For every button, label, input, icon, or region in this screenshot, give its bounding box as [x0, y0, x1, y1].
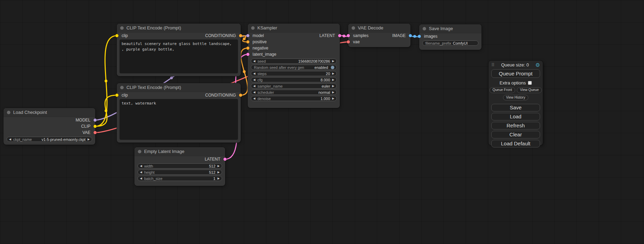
wire-midpoint-model	[170, 76, 173, 79]
input-label-vae: vae	[353, 39, 360, 44]
collapse-dot-icon[interactable]	[138, 150, 141, 153]
refresh-button[interactable]: Refresh	[491, 122, 540, 129]
increment-arrow-icon[interactable]: ▶	[332, 97, 334, 100]
input-dot-clip[interactable]	[115, 94, 118, 97]
input-dot-images[interactable]	[418, 35, 421, 38]
queue-prompt-button[interactable]: Queue Prompt	[491, 69, 540, 78]
save-button[interactable]: Save	[491, 104, 540, 111]
view-queue-button[interactable]: View Queue	[517, 87, 542, 93]
widget-width[interactable]: ◀ width 512 ▶	[138, 163, 222, 169]
increment-arrow-icon[interactable]: ▶	[332, 91, 334, 94]
collapse-dot-icon[interactable]	[251, 26, 255, 30]
output-dot-vae[interactable]	[94, 131, 97, 134]
comfy-menu-panel[interactable]: ⠿ Queue size: 0 ⚙ Queue Prompt Extra opt…	[488, 61, 543, 145]
node-title-bar[interactable]: Load Checkpoint	[3, 108, 95, 117]
widget-label: scheduler	[257, 90, 274, 94]
input-dot-negative[interactable]	[246, 47, 249, 50]
collapse-dot-icon[interactable]	[7, 111, 10, 114]
widget-value: 1.000	[320, 97, 330, 101]
input-dot-model[interactable]	[246, 34, 249, 37]
queue-front-button[interactable]: Queue Front	[489, 87, 515, 93]
extra-options-label: Extra options	[500, 80, 526, 85]
prompt-textarea[interactable]: beautiful scenery nature glass bottle la…	[120, 39, 238, 73]
wire-midpoint-image	[413, 35, 416, 38]
input-label-latent-image: latent_image	[253, 52, 276, 57]
widget-random-seed-toggle[interactable]: Random seed after every gen enabled	[251, 65, 337, 70]
node-clip-text-encode-negative[interactable]: CLIP Text Encode (Prompt) clip CONDITION…	[117, 83, 241, 143]
widget-filename-prefix[interactable]: filename_prefix ComfyUI	[422, 40, 478, 46]
output-dot-model[interactable]	[94, 119, 97, 122]
extra-options-checkbox[interactable]	[528, 81, 532, 85]
node-clip-text-encode-positive[interactable]: CLIP Text Encode (Prompt) clip CONDITION…	[117, 24, 241, 76]
node-title-bar[interactable]: Save Image	[419, 24, 482, 33]
decrement-arrow-icon[interactable]: ◀	[253, 72, 255, 75]
input-dot-positive[interactable]	[246, 40, 249, 44]
input-dot-samples[interactable]	[347, 34, 350, 37]
increment-arrow-icon[interactable]: ▶	[332, 85, 334, 88]
increment-arrow-icon[interactable]: ▶	[88, 138, 90, 141]
collapse-dot-icon[interactable]	[423, 27, 426, 30]
increment-arrow-icon[interactable]: ▶	[332, 79, 334, 81]
collapse-dot-icon[interactable]	[352, 26, 355, 30]
widget-value: 512	[209, 170, 215, 174]
load-default-button[interactable]: Load Default	[491, 140, 540, 147]
output-dot-latent[interactable]	[223, 158, 227, 161]
increment-arrow-icon[interactable]: ▶	[218, 165, 220, 168]
view-history-button[interactable]: View History	[503, 95, 528, 101]
node-title-bar[interactable]: VAE Decode	[348, 24, 411, 33]
widget-cfg[interactable]: ◀ cfg 8.000 ▶	[251, 77, 337, 82]
widget-height[interactable]: ◀ height 512 ▶	[138, 170, 222, 175]
input-dot-vae[interactable]	[347, 40, 350, 44]
output-dot-conditioning[interactable]	[239, 94, 242, 97]
widget-value: 8.000	[320, 78, 330, 82]
load-button[interactable]: Load	[491, 113, 540, 120]
output-dot-image[interactable]	[409, 34, 412, 37]
widget-ckpt-name[interactable]: ◀ ckpt_name v1-5-pruned-emaonly.ckpt ▶	[7, 137, 92, 142]
decrement-arrow-icon[interactable]: ◀	[140, 177, 142, 180]
prompt-textarea[interactable]: text, watermark	[120, 99, 238, 140]
widget-label: seed	[257, 59, 266, 63]
output-dot-clip[interactable]	[94, 125, 97, 128]
drag-handle-icon[interactable]: ⠿	[491, 63, 495, 67]
queue-size-label: Queue size: 0	[495, 62, 536, 67]
widget-value: 512	[209, 164, 215, 168]
toggle-dot-icon[interactable]	[331, 66, 334, 69]
output-dot-conditioning[interactable]	[239, 34, 242, 37]
decrement-arrow-icon[interactable]: ◀	[253, 60, 255, 63]
node-title-bar[interactable]: Empty Latent Image	[134, 147, 225, 156]
widget-denoise[interactable]: ◀ denoise 1.000 ▶	[251, 96, 337, 101]
increment-arrow-icon[interactable]: ▶	[218, 177, 220, 180]
node-empty-latent-image[interactable]: Empty Latent Image LATENT ◀ width 512 ▶ …	[134, 147, 225, 186]
widget-steps[interactable]: ◀ steps 20 ▶	[251, 71, 337, 76]
widget-batch-size[interactable]: ◀ batch_size 1 ▶	[138, 176, 222, 181]
increment-arrow-icon[interactable]: ▶	[332, 72, 334, 75]
decrement-arrow-icon[interactable]: ◀	[140, 165, 142, 168]
settings-gear-icon[interactable]: ⚙	[536, 62, 540, 67]
clear-button[interactable]: Clear	[491, 131, 540, 138]
increment-arrow-icon[interactable]: ▶	[218, 171, 220, 174]
collapse-dot-icon[interactable]	[120, 26, 124, 30]
input-dot-clip[interactable]	[115, 34, 118, 37]
widget-label: steps	[257, 72, 266, 76]
node-load-checkpoint[interactable]: Load Checkpoint MODEL CLIP VAE ◀ ckpt_na…	[3, 108, 95, 145]
decrement-arrow-icon[interactable]: ◀	[140, 171, 142, 174]
increment-arrow-icon[interactable]: ▶	[332, 60, 334, 63]
node-ksampler[interactable]: KSampler model LATENT positive negative …	[248, 24, 340, 108]
widget-seed[interactable]: ◀ seed 156680208700286 ▶	[251, 58, 337, 64]
decrement-arrow-icon[interactable]: ◀	[253, 85, 255, 88]
widget-scheduler[interactable]: ◀ scheduler normal ▶	[251, 90, 337, 95]
node-title-bar[interactable]: KSampler	[248, 24, 340, 33]
node-title-bar[interactable]: CLIP Text Encode (Prompt)	[117, 24, 241, 33]
decrement-arrow-icon[interactable]: ◀	[253, 91, 255, 94]
node-graph-canvas[interactable]: Load Checkpoint MODEL CLIP VAE ◀ ckpt_na…	[0, 0, 644, 244]
decrement-arrow-icon[interactable]: ◀	[9, 138, 11, 141]
collapse-dot-icon[interactable]	[120, 86, 124, 89]
output-dot-latent[interactable]	[338, 34, 341, 37]
node-vae-decode[interactable]: VAE Decode samples IMAGE vae	[348, 24, 411, 47]
input-dot-latent-image[interactable]	[246, 53, 249, 56]
decrement-arrow-icon[interactable]: ◀	[253, 97, 255, 100]
decrement-arrow-icon[interactable]: ◀	[253, 79, 255, 81]
node-save-image[interactable]: Save Image images filename_prefix ComfyU…	[419, 24, 482, 50]
node-title-bar[interactable]: CLIP Text Encode (Prompt)	[117, 83, 241, 92]
widget-sampler-name[interactable]: ◀ sampler_name euler ▶	[251, 83, 337, 89]
